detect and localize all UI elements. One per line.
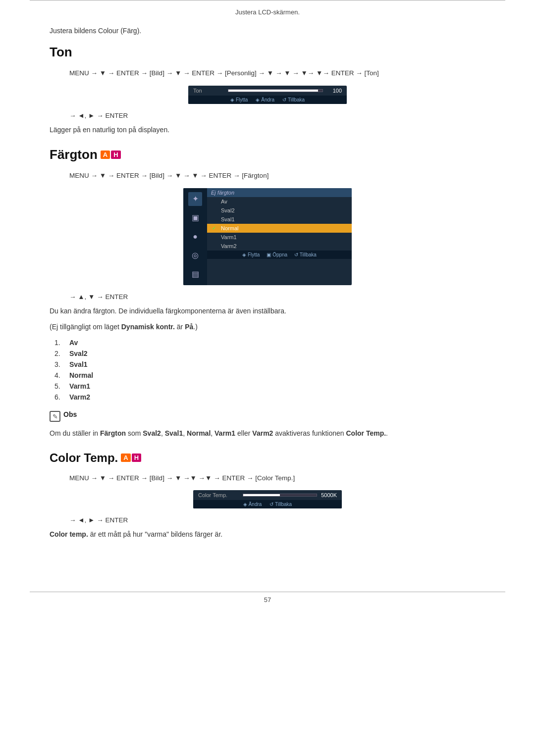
badge-h: H (111, 151, 120, 159)
list-item-varm2: 6.Varm2 (50, 392, 485, 403)
colortemp-badge-a: A (121, 454, 130, 462)
fargton-osd-sidebar: ✦ ▣ ● ◎ ▤ (183, 188, 207, 285)
check-normal: ✓ (212, 225, 218, 231)
list-item-sval1: 3.Sval1 (50, 359, 485, 370)
label-sval2: Sval2 (221, 207, 235, 213)
obs-icon: ✎ (50, 411, 60, 422)
sidebar-icon-4: ▤ (188, 267, 202, 281)
footer-tillbaka: ↺ Tillbaka (294, 252, 317, 257)
badge-a: A (101, 151, 110, 159)
fargton-body2: (Ej tillgängligt om läget Dynamisk kontr… (50, 321, 485, 332)
fargton-menu-path: MENU → ▼ → ENTER → [Bild] → ▼ → ▼ → ENTE… (50, 170, 485, 181)
colortemp-section: Color Temp. A H MENU → ▼ → ENTER → [Bild… (50, 451, 485, 540)
fargton-body1: Du kan ändra färgton. De individuella fä… (50, 305, 485, 316)
ton-footer-flytta: ◈ Flytta (230, 97, 248, 102)
ton-section: Ton MENU → ▼ → ENTER → [Bild] → ▼ → ENTE… (50, 45, 485, 135)
list-item-normal: 4.Normal (50, 370, 485, 381)
label-normal: Normal (221, 225, 238, 231)
colortemp-footer-tillbaka: ↺ Tillbaka (269, 502, 292, 507)
page-number: 57 (0, 592, 535, 607)
footer-oppna: ▣ Öppna (267, 252, 287, 257)
label-av: Av (221, 199, 227, 204)
label-varm2: Varm2 (221, 243, 237, 249)
sidebar-icon-1: ▣ (188, 211, 202, 225)
menu-item-varm2[interactable]: Varm2 (207, 242, 352, 251)
header-title: Justera LCD-skärmen. (235, 8, 300, 16)
fargton-list: 1.Av 2.Sval2 3.Sval1 4.Normal 5.Varm1 6.… (50, 337, 485, 403)
colortemp-slider-container: 5000K (243, 492, 337, 498)
check-sval2 (212, 207, 218, 213)
fargton-heading: Färgton A H (50, 147, 485, 162)
colortemp-heading: Color Temp. A H (50, 451, 485, 465)
label-sval1: Sval1 (221, 216, 235, 222)
colortemp-osd-footer: ◈ Ändra ↺ Tillbaka (193, 500, 342, 508)
menu-item-sval2[interactable]: Sval2 (207, 206, 352, 215)
colortemp-heading-text: Color Temp. (50, 451, 118, 465)
sidebar-icon-0: ✦ (188, 192, 202, 206)
obs-label: Obs (63, 410, 77, 418)
ton-footer-andra: ◈ Ändra (256, 97, 274, 102)
top-border (30, 0, 505, 4)
ton-osd-value: 100 (327, 88, 342, 94)
sidebar-icon-2: ● (188, 230, 202, 244)
menu-item-varm1[interactable]: Varm1 (207, 233, 352, 242)
colortemp-badges: A H (121, 454, 141, 462)
page-container: Justera LCD-skärmen. Justera bildens Col… (0, 0, 535, 756)
fargton-heading-text: Färgton (50, 147, 98, 162)
ton-heading-text: Ton (50, 45, 72, 60)
fargton-osd-main: Ej färgton Av Sval2 Sval1 ✓ (207, 188, 352, 285)
check-varm2 (212, 243, 218, 249)
colortemp-nav-hint: → ◄, ► → ENTER (69, 516, 485, 524)
ton-footer-tillbaka: ↺ Tillbaka (282, 97, 305, 102)
colortemp-osd-row: Color Temp. 5000K (193, 490, 342, 500)
colortemp-body: Color temp. är ett mått på hur "varma" b… (50, 529, 485, 540)
list-item-sval2: 2.Sval2 (50, 348, 485, 359)
ton-slider-fill (228, 90, 318, 92)
fargton-osd-title: Ej färgton (207, 188, 352, 197)
fargton-osd-footer: ◈ Flytta ▣ Öppna ↺ Tillbaka (207, 251, 352, 259)
content-area: Justera bildens Colour (Färg). Ton MENU … (0, 22, 535, 582)
ton-osd-row: Ton 100 (188, 86, 347, 96)
check-sval1 (212, 216, 218, 222)
fargton-menu-path-text: MENU → ▼ → ENTER → [Bild] → ▼ → ▼ → ENTE… (69, 172, 268, 179)
ton-body-text: Lägger på en naturlig ton på displayen. (50, 124, 485, 135)
menu-item-sval1[interactable]: Sval1 (207, 215, 352, 224)
ton-nav-hint: → ◄, ► → ENTER (69, 112, 485, 119)
colortemp-menu-path-text: MENU → ▼ → ENTER → [Bild] → ▼ →▼ →▼ → EN… (69, 474, 295, 482)
menu-item-av[interactable]: Av (207, 197, 352, 206)
ton-menu-path: MENU → ▼ → ENTER → [Bild] → ▼ → ENTER → … (50, 68, 485, 79)
ton-slider (228, 89, 323, 92)
check-varm1 (212, 234, 218, 240)
intro-text: Justera bildens Colour (Färg). (50, 27, 485, 35)
colortemp-osd-label: Color Temp. (198, 492, 238, 498)
ton-slider-container: 100 (228, 88, 342, 94)
colortemp-osd-value: 5000K (321, 492, 337, 498)
colortemp-badge-h: H (132, 454, 141, 462)
label-varm1: Varm1 (221, 234, 237, 240)
obs-text: Om du ställer in Färgton som Sval2, Sval… (50, 428, 485, 439)
list-item-av: 1.Av (50, 337, 485, 348)
fargton-nav-hint: → ▲, ▼ → ENTER (69, 293, 485, 301)
page-header: Justera LCD-skärmen. (0, 4, 535, 22)
colortemp-footer-andra: ◈ Ändra (243, 502, 262, 507)
ton-osd-label: Ton (193, 88, 223, 94)
fargton-badges: A H (101, 151, 121, 159)
colortemp-osd-screen: Color Temp. 5000K ◈ Ändra ↺ Tillbaka (193, 490, 342, 508)
colortemp-slider (243, 494, 317, 497)
footer-flytta: ◈ Flytta (242, 252, 260, 257)
sidebar-icon-3: ◎ (188, 249, 202, 262)
list-item-varm1: 5.Varm1 (50, 381, 485, 392)
ton-menu-path-text: MENU → ▼ → ENTER → [Bild] → ▼ → ENTER → … (69, 69, 379, 77)
colortemp-menu-path: MENU → ▼ → ENTER → [Bild] → ▼ →▼ →▼ → EN… (50, 473, 485, 484)
obs-box: ✎ Obs (50, 410, 485, 422)
colortemp-slider-fill (243, 494, 280, 496)
menu-item-normal[interactable]: ✓ Normal (207, 224, 352, 233)
fargton-osd-screen: ✦ ▣ ● ◎ ▤ Ej färgton Av Sval2 (183, 188, 352, 285)
ton-heading: Ton (50, 45, 485, 60)
ton-osd-footer: ◈ Flytta ◈ Ändra ↺ Tillbaka (188, 96, 347, 104)
check-av (212, 199, 218, 204)
ton-osd-screen: Ton 100 ◈ Flytta ◈ Ändra ↺ Tillbaka (188, 86, 347, 104)
fargton-section: Färgton A H MENU → ▼ → ENTER → [Bild] → … (50, 147, 485, 439)
